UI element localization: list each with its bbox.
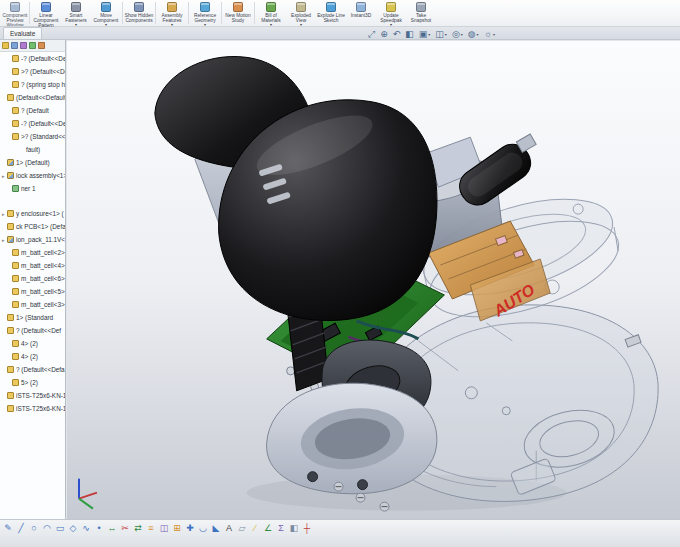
- tree-item[interactable]: m_batt_cell<6> (D: [0, 272, 65, 285]
- tree-item[interactable]: (Default<<Default: [0, 91, 65, 104]
- tree-item[interactable]: >? (Standard<<St: [0, 130, 65, 143]
- tree-item[interactable]: ▸y enclosure<1> (: [0, 207, 65, 220]
- ribbon-button-show-hidden-components[interactable]: Show Hidden Components: [124, 1, 154, 26]
- tree-item[interactable]: ner 1: [0, 182, 65, 195]
- circle-icon[interactable]: ○: [28, 522, 40, 534]
- tree-item-label: (Default<<Default: [16, 94, 65, 101]
- arc-icon[interactable]: ◠: [41, 522, 53, 534]
- pattern-icon[interactable]: ⊞: [171, 522, 183, 534]
- dimxpertmanager-tab[interactable]: [29, 42, 36, 49]
- dimension-icon[interactable]: ↔: [106, 522, 118, 534]
- point-icon[interactable]: •: [93, 522, 105, 534]
- tree-item[interactable]: ? (Default: [0, 104, 65, 117]
- line-icon[interactable]: ╱: [15, 522, 27, 534]
- axis-icon[interactable]: ∕: [249, 522, 261, 534]
- tree-item-icon: [12, 353, 19, 360]
- dropdown-arrow-icon[interactable]: ▾: [171, 23, 173, 26]
- tree-item[interactable]: iSTS-T25x6-KN-103(: [0, 402, 65, 415]
- edit-appearance-icon[interactable]: ◍▾: [468, 28, 479, 41]
- ribbon-button-exploded-view[interactable]: Exploded View▾: [286, 1, 316, 26]
- tree-item[interactable]: 1> (Standard: [0, 311, 65, 324]
- dropdown-arrow-icon[interactable]: ▾: [477, 28, 479, 41]
- measure-icon[interactable]: ┼: [301, 522, 313, 534]
- tree-item[interactable]: >? (Default<<Defa: [0, 65, 65, 78]
- tree-item[interactable]: -? (Default<<Def: [0, 117, 65, 130]
- graphics-viewport[interactable]: AUTO: [67, 41, 680, 519]
- dropdown-arrow-icon[interactable]: ▾: [428, 28, 430, 41]
- dropdown-arrow-icon[interactable]: ▾: [300, 23, 302, 26]
- move-icon[interactable]: ✚: [184, 522, 196, 534]
- hide-show-items-icon[interactable]: ◎▾: [452, 28, 463, 41]
- ribbon-button-move-component[interactable]: Move Component▾: [91, 1, 121, 26]
- zoom-area-icon[interactable]: ⊕: [380, 28, 388, 41]
- ribbon-button-bill-of-materials[interactable]: Bill of Materials▾: [256, 1, 286, 26]
- dropdown-arrow-icon[interactable]: ▾: [75, 23, 77, 26]
- displaymanager-tab[interactable]: [38, 42, 45, 49]
- zoom-fit-icon[interactable]: ⤢: [368, 28, 375, 41]
- tree-item[interactable]: ? (Default<<Def: [0, 324, 65, 337]
- dropdown-arrow-icon[interactable]: ▾: [204, 23, 206, 26]
- tree-item[interactable]: ck PCB<1> (Defa: [0, 220, 65, 233]
- evaluate-icon[interactable]: Σ: [275, 522, 287, 534]
- rectangle-icon[interactable]: ▭: [54, 522, 66, 534]
- tree-item[interactable]: ▸ion_pack_11.1V<1: [0, 233, 65, 246]
- trim-icon[interactable]: ✂: [119, 522, 131, 534]
- dropdown-arrow-icon[interactable]: ▾: [493, 28, 495, 41]
- previous-view-icon[interactable]: ↶: [393, 28, 401, 41]
- tree-item-icon: [7, 223, 14, 230]
- spline-icon[interactable]: ∿: [80, 522, 92, 534]
- ribbon-button-take-snapshot[interactable]: Take Snapshot: [406, 1, 436, 26]
- ribbon-button-update-speedpak[interactable]: Update Speedpak▾: [376, 1, 406, 26]
- dropdown-arrow-icon[interactable]: ▾: [445, 28, 447, 41]
- tree-item-icon: [12, 107, 19, 114]
- polygon-icon[interactable]: ◇: [67, 522, 79, 534]
- tree-item[interactable]: m_batt_cell<5> (D: [0, 285, 65, 298]
- plane-icon[interactable]: ▱: [236, 522, 248, 534]
- configurationmanager-tab[interactable]: [20, 42, 27, 49]
- ribbon-button-explode-line-sketch[interactable]: Explode Line Sketch: [316, 1, 346, 26]
- view-orientation-icon[interactable]: ▣▾: [419, 28, 431, 41]
- chamfer-icon[interactable]: ◣: [210, 522, 222, 534]
- tree-item[interactable]: m_batt_cell<2> (D: [0, 246, 65, 259]
- tree-item[interactable]: 1> (Default): [0, 156, 65, 169]
- sketch-icon[interactable]: ✎: [2, 522, 14, 534]
- ribbon-button-reference-geometry[interactable]: Reference Geometry▾: [190, 1, 220, 26]
- mirror-icon[interactable]: ◫: [158, 522, 170, 534]
- section-view-icon[interactable]: ◧: [405, 28, 414, 41]
- take-snapshot-icon: [416, 2, 426, 12]
- tree-item[interactable]: 5> (2): [0, 376, 65, 389]
- tree-item[interactable]: fault): [0, 143, 65, 156]
- ribbon-button-smart-fasteners[interactable]: Smart Fasteners▾: [61, 1, 91, 26]
- convert-icon[interactable]: ⇄: [132, 522, 144, 534]
- tree-item[interactable]: 4> (2): [0, 337, 65, 350]
- propertymanager-tab[interactable]: [11, 42, 18, 49]
- fillet-icon[interactable]: ◡: [197, 522, 209, 534]
- tree-item[interactable]: -? (Default<<Defa: [0, 52, 65, 65]
- tree-item[interactable]: m_batt_cell<4> (D: [0, 259, 65, 272]
- tree-item[interactable]: ? (Default<<Defa: [0, 363, 65, 376]
- tree-item[interactable]: m_batt_cell<3> (D: [0, 298, 65, 311]
- view-settings-icon[interactable]: ☼▾: [484, 28, 495, 41]
- ribbon-button-assembly-features[interactable]: Assembly Features▾: [157, 1, 187, 26]
- offset-icon[interactable]: ≡: [145, 522, 157, 534]
- dropdown-arrow-icon[interactable]: ▾: [105, 23, 107, 26]
- ribbon-button-instant3d[interactable]: Instant3D: [346, 1, 376, 26]
- dropdown-arrow-icon[interactable]: ▾: [270, 23, 272, 26]
- ribbon-group-separator: [221, 2, 222, 24]
- display-style-icon[interactable]: ◫▾: [435, 28, 447, 41]
- text-icon[interactable]: A: [223, 522, 235, 534]
- section-icon[interactable]: ◧: [288, 522, 300, 534]
- ribbon-button-linear-component-pattern[interactable]: Linear Component Pattern▾: [31, 1, 61, 26]
- ribbon-button-new-motion-study[interactable]: New Motion Study: [223, 1, 253, 26]
- ribbon-button-component-preview-window[interactable]: Component Preview Window: [2, 1, 28, 26]
- tree-item[interactable]: 4> (2): [0, 350, 65, 363]
- dropdown-arrow-icon[interactable]: ▾: [390, 23, 392, 26]
- angle-icon[interactable]: ∠: [262, 522, 274, 534]
- tree-item[interactable]: iSTS-T25x6-KN-103(: [0, 389, 65, 402]
- tree-item-icon: [12, 288, 19, 295]
- tab-evaluate[interactable]: Evaluate: [3, 27, 42, 39]
- tree-item[interactable]: ? (spring stop hig: [0, 78, 65, 91]
- dropdown-arrow-icon[interactable]: ▾: [461, 28, 463, 41]
- featuremanager-tab[interactable]: [2, 42, 9, 49]
- tree-item[interactable]: ▸lock assembly<1> (: [0, 169, 65, 182]
